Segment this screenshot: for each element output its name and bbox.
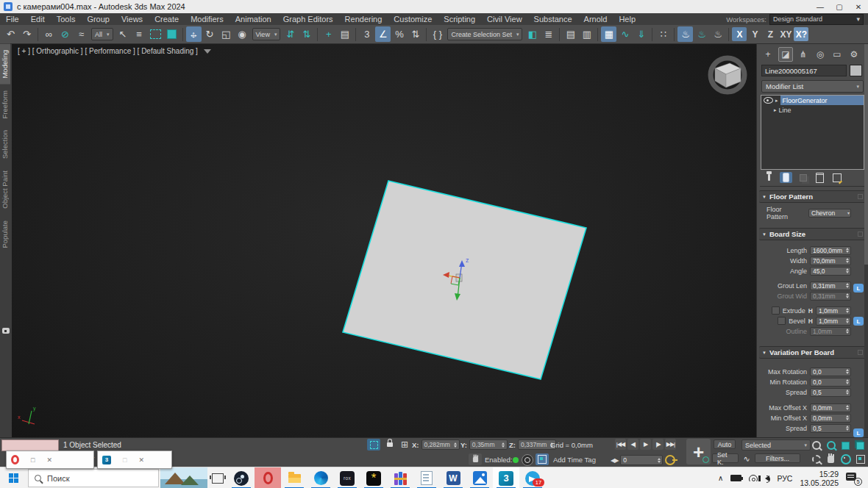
- play-button[interactable]: ▶: [640, 439, 651, 450]
- select-and-place-icon[interactable]: ◉: [235, 26, 250, 42]
- filters-button[interactable]: Filters...: [755, 453, 800, 463]
- menu-graph-editors[interactable]: Graph Editors: [277, 13, 339, 25]
- select-object-icon[interactable]: ↖: [115, 26, 131, 42]
- max-rotation-field[interactable]: 0,0: [810, 367, 851, 376]
- viewport[interactable]: z x y [ + ] [ Orthographic ] [ Performan…: [12, 44, 756, 437]
- absolute-mode-icon[interactable]: ⊞: [398, 439, 411, 451]
- min-offset-x-field[interactable]: 0,0mm: [810, 414, 851, 423]
- spinner[interactable]: [844, 318, 850, 323]
- spinner[interactable]: [844, 379, 850, 384]
- maxscript-mini-listener[interactable]: [1, 439, 59, 451]
- percent-snap-icon[interactable]: %: [391, 26, 407, 42]
- expand-icon[interactable]: ▸: [774, 107, 777, 113]
- weather-widget[interactable]: [160, 467, 207, 488]
- snap-toggle-3d-icon[interactable]: 3: [359, 26, 374, 42]
- max-offset-x-field[interactable]: 0,0mm: [810, 403, 851, 412]
- menu-create[interactable]: Create: [149, 13, 185, 25]
- tray-chevron-icon[interactable]: ∧: [718, 474, 723, 482]
- viewport-canvas[interactable]: z x y: [12, 44, 756, 437]
- close-button[interactable]: ✕: [849, 3, 868, 11]
- taskbar-opera[interactable]: [255, 467, 281, 488]
- pan-hand-icon[interactable]: [824, 453, 838, 466]
- taskbar-winrar[interactable]: [387, 467, 413, 488]
- notification-center-button[interactable]: 5: [846, 471, 862, 486]
- material-editor-icon[interactable]: ▦: [601, 26, 616, 42]
- pin-stack-icon[interactable]: [763, 172, 775, 183]
- show-end-result-icon[interactable]: [780, 172, 792, 183]
- next-frame-button[interactable]: |▶: [652, 439, 664, 450]
- ribbon-tab-object-paint[interactable]: Object Paint: [0, 165, 10, 215]
- unlink-icon[interactable]: ⊘: [57, 26, 73, 42]
- key-curve-icon[interactable]: ∿: [741, 453, 753, 464]
- undo-icon[interactable]: ↶: [3, 26, 18, 42]
- ribbon-tab-modeling[interactable]: Modeling: [0, 44, 10, 85]
- task-view-button[interactable]: [207, 467, 228, 488]
- axis-constraint-xy-button[interactable]: XY: [778, 27, 793, 41]
- minimize-button[interactable]: —: [811, 3, 830, 11]
- spinner[interactable]: [453, 442, 458, 448]
- bevel-lock-button[interactable]: L: [853, 317, 864, 326]
- menu-file[interactable]: File: [0, 13, 25, 25]
- grout-len-field[interactable]: 0,31mm: [810, 281, 851, 290]
- taskbar-render-app[interactable]: *: [360, 467, 387, 488]
- render-production-icon[interactable]: ♨: [710, 26, 725, 42]
- bevel-checkbox[interactable]: [778, 317, 786, 325]
- spread-rotation-field[interactable]: 0,5: [810, 388, 851, 397]
- ribbon-tab-populate[interactable]: Populate: [0, 215, 10, 254]
- angle-field[interactable]: 45,0: [810, 267, 851, 276]
- visibility-eye-icon[interactable]: [764, 97, 773, 104]
- menu-edit[interactable]: Edit: [25, 13, 51, 25]
- add-time-tag[interactable]: Add Time Tag: [553, 456, 596, 464]
- select-and-scale-icon[interactable]: ◱: [218, 26, 234, 42]
- coord-y-field[interactable]: 0,35mm: [469, 439, 508, 450]
- bind-spacewarp-icon[interactable]: ≈: [74, 26, 89, 42]
- spinner[interactable]: [844, 405, 850, 410]
- menu-modifiers[interactable]: Modifiers: [185, 13, 230, 25]
- layer-explorer-icon[interactable]: ▥: [579, 26, 594, 42]
- spinner[interactable]: [844, 268, 850, 273]
- isolate-selection-icon[interactable]: [367, 439, 380, 451]
- ribbon-minimize-icon[interactable]: [2, 328, 10, 334]
- menu-group[interactable]: Group: [81, 13, 115, 25]
- taskbar-clock[interactable]: 15:29 13.05.2025: [800, 470, 839, 487]
- menu-arnold[interactable]: Arnold: [578, 13, 613, 25]
- select-by-name-icon[interactable]: ≡: [132, 26, 147, 42]
- spinner-snap-icon[interactable]: ⇅: [408, 26, 423, 42]
- workspaces-dropdown[interactable]: Design Standard ▾: [769, 14, 864, 25]
- mini-maximize-button[interactable]: □: [123, 456, 127, 464]
- scene-explorer-icon[interactable]: ▤: [563, 26, 578, 42]
- panel-scrollbar[interactable]: [864, 44, 868, 437]
- taskbar-edge[interactable]: [307, 467, 334, 488]
- zoom-extents-all-icon[interactable]: [853, 439, 867, 452]
- spinner[interactable]: [844, 308, 850, 313]
- menu-rendering[interactable]: Rendering: [339, 13, 388, 25]
- object-color-swatch[interactable]: [850, 65, 862, 76]
- axis-constraint-z-button[interactable]: Z: [763, 27, 778, 41]
- spinner[interactable]: [844, 390, 850, 395]
- modifier-list-dropdown[interactable]: Modifier List ▾: [761, 80, 864, 93]
- zoom-all-icon[interactable]: [824, 439, 838, 452]
- keyboard-override-icon[interactable]: ▤: [337, 26, 352, 42]
- mini-maximize-button[interactable]: □: [31, 456, 35, 464]
- auto-key-button[interactable]: Auto: [714, 439, 736, 449]
- set-keys-button[interactable]: +: [686, 439, 711, 464]
- battery-icon[interactable]: [730, 475, 741, 481]
- angle-snap-icon[interactable]: ∠: [375, 26, 391, 42]
- view-cube[interactable]: [711, 58, 744, 92]
- stack-row-line[interactable]: ▸ Line: [761, 105, 864, 115]
- rect-selection-region-icon[interactable]: [148, 26, 163, 42]
- create-selection-set-dropdown[interactable]: Create Selection Set ▾: [447, 28, 522, 40]
- start-button[interactable]: [0, 467, 26, 488]
- spread-offset-field[interactable]: 0,5: [810, 424, 851, 433]
- coord-x-field[interactable]: 0,282mm: [421, 439, 460, 450]
- axis-constraint-y-button[interactable]: Y: [747, 27, 762, 41]
- time-tag-toggle-icon[interactable]: [536, 453, 549, 465]
- select-and-rotate-icon[interactable]: ↻: [202, 26, 218, 42]
- length-field[interactable]: 1600,0mm: [810, 246, 851, 255]
- maximize-button[interactable]: ▢: [830, 3, 849, 11]
- mini-close-button[interactable]: ✕: [46, 456, 52, 464]
- taskbar-steam[interactable]: [228, 467, 255, 488]
- frame-left-right-icons[interactable]: ◀▶: [611, 457, 618, 464]
- select-and-manipulate-icon[interactable]: +: [321, 26, 336, 42]
- create-tab-icon[interactable]: +: [761, 48, 775, 61]
